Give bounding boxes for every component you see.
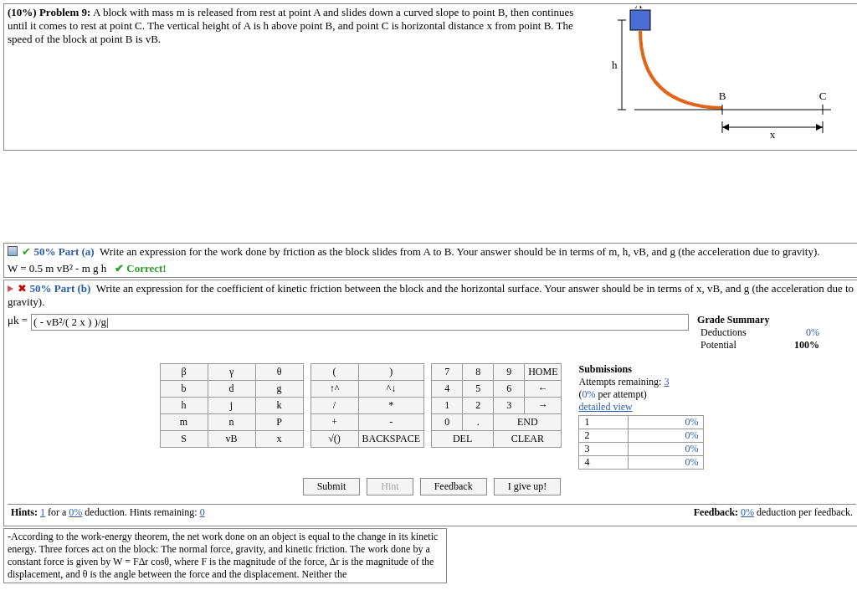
feedback-button[interactable]: Feedback xyxy=(420,478,487,495)
hints-row: Hints: 1 for a 0% deduction. Hints remai… xyxy=(8,504,856,521)
submission-pct: 0% xyxy=(629,443,704,456)
answer-input[interactable] xyxy=(31,314,689,331)
keypad-nums: 789HOME456←123→0.ENDDELCLEAR xyxy=(431,363,562,448)
svg-marker-10 xyxy=(722,124,729,131)
action-row: Submit Hint Feedback I give up! xyxy=(8,478,856,495)
part-a-label: 50% Part (a) xyxy=(34,245,95,258)
key-home[interactable]: HOME xyxy=(525,364,562,381)
part-b-prompt: Write an expression for the coefficient … xyxy=(8,282,854,308)
attempts-remaining[interactable]: 3 xyxy=(664,376,669,388)
label-b: B xyxy=(719,90,726,102)
keypad: βγθbdghjkmnPSvBx ()↑^^↓/*+-√()BACKSPACE … xyxy=(160,363,562,448)
svg-marker-11 xyxy=(816,124,823,131)
grade-summary: Grade Summary Deductions0% Potential100% xyxy=(697,314,823,352)
key-5[interactable]: 5 xyxy=(463,381,494,398)
key-[interactable]: θ xyxy=(255,364,303,381)
hint-button[interactable]: Hint xyxy=(367,478,413,495)
submission-row: 2 xyxy=(579,429,629,443)
key-h[interactable]: h xyxy=(160,398,208,414)
key-g[interactable]: g xyxy=(255,381,303,398)
submission-pct: 0% xyxy=(629,416,704,429)
key-8[interactable]: 8 xyxy=(463,364,494,381)
key-.[interactable]: . xyxy=(463,414,494,431)
hints-count[interactable]: 1 xyxy=(40,506,45,518)
answer-label: μk = xyxy=(8,314,28,327)
key-[interactable]: * xyxy=(358,398,424,414)
key-clear[interactable]: CLEAR xyxy=(494,431,562,448)
detailed-view-link[interactable]: detailed view xyxy=(578,401,632,413)
problem-diagram: A h B C x xyxy=(588,6,839,148)
key-2[interactable]: 2 xyxy=(463,398,494,414)
x-icon: ✖ xyxy=(18,282,27,295)
key-vb[interactable]: vB xyxy=(208,431,255,448)
label-x: x xyxy=(770,128,776,141)
submission-pct: 0% xyxy=(629,456,704,470)
key-[interactable]: β xyxy=(160,364,208,381)
key-[interactable]: ← xyxy=(525,381,562,398)
key-[interactable]: - xyxy=(358,414,424,431)
key-s[interactable]: S xyxy=(160,431,208,448)
key-[interactable]: √() xyxy=(310,431,358,448)
problem-text: (10%) Problem 9: A block with mass m is … xyxy=(8,6,580,46)
part-b-label: 50% Part (b) xyxy=(30,282,91,295)
key-del[interactable]: DEL xyxy=(432,431,494,448)
key-3[interactable]: 3 xyxy=(494,398,525,414)
key-9[interactable]: 9 xyxy=(494,364,525,381)
part-a-prompt: Write an expression for the work done by… xyxy=(100,245,820,258)
key-[interactable]: ) xyxy=(358,364,424,381)
key-d[interactable]: d xyxy=(208,381,255,398)
key-[interactable]: / xyxy=(310,398,358,414)
key-x[interactable]: x xyxy=(255,431,303,448)
key-n[interactable]: n xyxy=(208,414,255,431)
keypad-vars: βγθbdghjkmnPSvBx xyxy=(160,363,304,448)
key-4[interactable]: 4 xyxy=(432,381,463,398)
key-j[interactable]: j xyxy=(208,398,255,414)
label-h: h xyxy=(612,59,618,71)
key-[interactable]: ^↓ xyxy=(358,381,424,398)
key-[interactable]: ( xyxy=(310,364,358,381)
hint-body: -According to the work-energy theorem, t… xyxy=(3,528,447,583)
part-b-section: ✖ 50% Part (b) Write an expression for t… xyxy=(3,280,857,526)
key-[interactable]: + xyxy=(310,414,358,431)
label-a: A xyxy=(634,6,643,11)
submission-pct: 0% xyxy=(629,429,704,443)
collapse-icon[interactable] xyxy=(8,246,18,256)
key-b[interactable]: b xyxy=(160,381,208,398)
key-[interactable]: γ xyxy=(208,364,255,381)
giveup-button[interactable]: I give up! xyxy=(494,478,562,495)
submission-row: 4 xyxy=(579,456,629,470)
key-end[interactable]: END xyxy=(494,414,562,431)
key-[interactable]: → xyxy=(525,398,562,414)
key-1[interactable]: 1 xyxy=(432,398,463,414)
key-0[interactable]: 0 xyxy=(432,414,463,431)
check-icon: ✔ xyxy=(22,245,31,258)
key-p[interactable]: P xyxy=(255,414,303,431)
submission-row: 1 xyxy=(579,416,629,429)
correct-status: ✔ Correct! xyxy=(115,262,167,275)
submission-row: 3 xyxy=(579,443,629,456)
expand-icon[interactable] xyxy=(8,285,13,292)
key-6[interactable]: 6 xyxy=(494,381,525,398)
part-a-section: ✔ 50% Part (a) Write an expression for t… xyxy=(3,243,857,278)
problem-header: (10%) Problem 9: A block with mass m is … xyxy=(3,3,857,151)
svg-rect-0 xyxy=(630,10,650,30)
label-c: C xyxy=(819,90,827,102)
submit-button[interactable]: Submit xyxy=(303,478,361,495)
key-7[interactable]: 7 xyxy=(432,364,463,381)
keypad-ops: ()↑^^↓/*+-√()BACKSPACE xyxy=(310,363,425,448)
key-[interactable]: ↑^ xyxy=(310,381,358,398)
key-backspace[interactable]: BACKSPACE xyxy=(358,431,424,448)
key-m[interactable]: m xyxy=(160,414,208,431)
part-a-answer: W = 0.5 m vB² - m g h xyxy=(8,262,106,275)
submissions-panel: Submissions Attempts remaining: 3 (0% pe… xyxy=(578,363,704,470)
key-k[interactable]: k xyxy=(255,398,303,414)
